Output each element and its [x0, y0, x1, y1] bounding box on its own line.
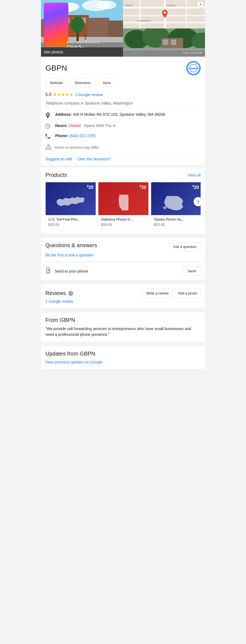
website-button[interactable]: Website: [45, 79, 68, 87]
warning-text: Hours or services may differ: [55, 145, 99, 149]
clock-icon: [45, 124, 51, 130]
directions-button[interactable]: Directions: [70, 79, 95, 87]
write-review-button[interactable]: Write a review: [143, 289, 172, 298]
map-section[interactable]: E Alki Ave E Alki Ave E Valleyway Ave ↗: [123, 0, 205, 28]
google-review-link[interactable]: 1 Google review: [45, 299, 73, 304]
warning-icon: [45, 144, 51, 151]
phone-label: Phone:: [55, 134, 68, 138]
svg-point-33: [164, 11, 166, 14]
svg-rect-43: [123, 48, 205, 50]
address-value: 408 N Mullan Rd STE 103, Spokane Valley,…: [73, 112, 165, 117]
rating-section: 5.0 ★ ★ ★ ★ ★ 1 Google review: [41, 91, 205, 100]
location-icon: [45, 112, 51, 120]
save-button[interactable]: Save: [98, 79, 116, 87]
review-actions: Write a review Add a photo: [143, 289, 201, 298]
header-right: E Alki Ave E Alki Ave E Valleyway Ave ↗: [123, 0, 205, 57]
header-images: See photos Dedicated Business Phone N...: [41, 0, 205, 57]
phone-icon: [45, 134, 51, 140]
qa-header: Questions & answers Ask a question: [45, 242, 201, 251]
suggest-edit-link[interactable]: Suggest an edit: [45, 157, 72, 161]
product-badge-us: $20: [87, 184, 93, 190]
svg-rect-40: [163, 39, 168, 45]
address-label: Address:: [55, 112, 73, 117]
phone-text: Phone: (844) 822-2255: [55, 134, 201, 138]
address-text: Address: 408 N Mullan Rd STE 103, Spokan…: [55, 112, 201, 117]
product-badge-ak: $20: [192, 184, 199, 190]
see-photos-label: See photos: [44, 50, 63, 54]
svg-rect-41: [171, 39, 176, 45]
street-section[interactable]: See outside: [123, 28, 205, 57]
rating-row: 5.0 ★ ★ ★ ★ ★ 1 Google review: [45, 92, 201, 97]
hours-detail: · Opens 9AM Thu: [82, 123, 112, 128]
svg-rect-26: [139, 0, 141, 28]
first-to-ask-link[interactable]: Be the first to ask a question: [45, 253, 201, 257]
svg-text:E Alki Ave: E Alki Ave: [167, 4, 175, 6]
address-row: Address: 408 N Mullan Rd STE 103, Spokan…: [45, 112, 201, 120]
qa-section: Questions & answers Ask a question Be th…: [41, 236, 205, 262]
star-3: ★: [61, 92, 65, 97]
warning-row: Hours or services may differ: [41, 144, 205, 154]
ask-question-button[interactable]: Ask a question: [169, 242, 201, 251]
business-type: Telephone company in Spokane Valley, Was…: [41, 100, 205, 108]
from-title: From GBPN: [45, 317, 201, 323]
reviews-section: Reviews ? Write a review Add a photo 1 G…: [41, 282, 205, 308]
product-price-al: $20.00: [101, 223, 146, 227]
star-2: ★: [57, 92, 61, 97]
hours-status: Closed: [69, 123, 81, 128]
svg-point-52: [48, 148, 49, 149]
product-price-ak: $20.00: [154, 223, 198, 227]
svg-point-17: [71, 16, 84, 33]
review-count-link[interactable]: 1 Google review: [75, 93, 102, 97]
from-section: From GBPN "We provide call forwarding se…: [41, 310, 205, 342]
header-left-photo[interactable]: See photos Dedicated Business Phone N...: [41, 0, 123, 57]
view-all-link[interactable]: View all: [188, 173, 201, 177]
product-card-ak[interactable]: $20 Alaska Phone Nu... $20.00: [151, 182, 201, 229]
star-4: ★: [65, 92, 69, 97]
product-image-al: $20: [98, 182, 148, 215]
section-divider-5: [41, 342, 205, 344]
send-button[interactable]: Send: [183, 267, 201, 276]
product-name-us: U.S. Toll-Free Pho...: [48, 217, 93, 221]
section-divider-3: [41, 280, 205, 282]
business-name: GBPN: [45, 64, 67, 73]
updates-section: Updates from GBPN View previous updates …: [41, 344, 205, 369]
send-to-phone-icon: [45, 267, 51, 275]
stars: ★ ★ ★ ★ ★: [53, 92, 73, 97]
hours-chevron[interactable]: ▼: [113, 124, 116, 128]
help-icon[interactable]: ?: [68, 291, 73, 296]
see-photos-overlay[interactable]: See photos: [41, 47, 123, 57]
product-name-ak: Alaska Phone Nu...: [154, 217, 198, 221]
business-header: GBPN GBPN: [41, 57, 205, 79]
updates-title: Updates from GBPN: [45, 351, 201, 357]
product-image-ak: $20: [151, 182, 201, 215]
hours-label: Hours:: [55, 123, 68, 128]
star-5: ★: [69, 92, 73, 97]
products-section: Products View all $20 U.S. Toll-Free Pho…: [41, 168, 205, 233]
ad-text: Dedicated Business Phone N...: [67, 40, 101, 48]
product-info-us: U.S. Toll-Free Pho... $20.00: [46, 215, 96, 229]
svg-point-4: [97, 1, 116, 9]
product-card-al[interactable]: $20 Alabama Phone N... $20.00: [98, 182, 149, 229]
main-card: GBPN GBPN Website Directions Save 5.0 ★ …: [41, 57, 205, 369]
svg-rect-54: [47, 272, 49, 273]
products-header: Products View all: [45, 172, 201, 178]
add-photo-button[interactable]: Add a photo: [174, 289, 201, 298]
updates-link[interactable]: View previous updates on Google: [45, 360, 102, 364]
reviews-title-area: Reviews ?: [45, 290, 73, 296]
section-divider-4: [41, 308, 205, 310]
star-1: ★: [53, 92, 57, 97]
hours-text: Hours: Closed · Opens 9AM Thu ▼: [55, 123, 201, 128]
product-card-us[interactable]: $20 U.S. Toll-Free Pho... $20.00: [45, 182, 96, 229]
qa-title-area: Questions & answers: [45, 242, 97, 249]
info-section: Address: 408 N Mullan Rd STE 103, Spokan…: [41, 108, 205, 144]
logo-text: GBPN: [190, 67, 197, 70]
product-image-us: $20: [46, 182, 96, 215]
svg-rect-20: [85, 35, 86, 40]
phone-number[interactable]: (844) 822-2255: [69, 134, 95, 138]
carousel-next-button[interactable]: [194, 197, 201, 206]
svg-rect-28: [186, 0, 187, 28]
svg-line-50: [48, 126, 49, 127]
expand-icon[interactable]: ↗: [197, 2, 203, 8]
own-business-link[interactable]: Own this business?: [78, 157, 111, 161]
svg-text:E Valleyway Ave: E Valleyway Ave: [137, 20, 151, 22]
